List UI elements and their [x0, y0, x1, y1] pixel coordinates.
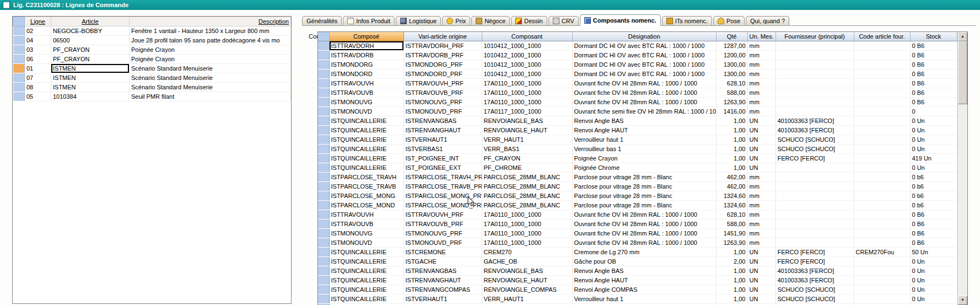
cell-fournisseur[interactable] — [776, 182, 854, 191]
cell-qte[interactable]: 1,00 — [716, 135, 747, 145]
cell-composant[interactable]: 1010412_1000_1000 — [482, 60, 572, 69]
cell-stock[interactable]: 0 Un — [910, 145, 957, 154]
component-row[interactable]: ISTQUINCAILLERIE ISTVERHAUT1 VERR_HAUT1 … — [318, 135, 957, 145]
cell-article[interactable]: NEGOCE-BOBBY — [51, 26, 130, 36]
cell-fournisseur[interactable] — [776, 88, 854, 98]
cell-designation[interactable]: Verrouilleur haut 1 — [572, 295, 716, 304]
row-marker[interactable] — [318, 154, 329, 163]
cell-composant[interactable]: 1010412_1000_1000 — [482, 41, 572, 51]
cell-stock[interactable]: 0 Un — [910, 116, 957, 126]
cell-qte[interactable]: 1263,90 — [716, 98, 747, 107]
cell-unite[interactable]: UN — [747, 266, 776, 276]
cell-fournisseur[interactable] — [776, 98, 854, 107]
column-header-article[interactable]: Article — [51, 17, 130, 26]
cell-designation[interactable]: Poignée Chrome — [572, 163, 716, 173]
cell-code-article[interactable] — [854, 295, 910, 304]
tab-its-nomenc[interactable]: ITs nomenc. — [662, 16, 712, 25]
cell-description[interactable]: Scénario Standard Menuiserie — [130, 64, 291, 73]
cell-fournisseur[interactable] — [776, 191, 854, 201]
component-row[interactable]: ISTQUINCAILLERIE ISTRENVANGBAS RENVOIANG… — [318, 266, 957, 276]
component-row[interactable]: ISTMONOUVD ISTMONOUVD_PRF 17A0117_1000_1… — [318, 107, 957, 116]
cell-unite[interactable]: UN — [747, 257, 776, 266]
cell-stock[interactable]: 0 b6 — [910, 182, 957, 191]
row-marker[interactable] — [13, 45, 25, 55]
cell-qte[interactable]: 588,00 — [716, 88, 747, 98]
scroll-down-button[interactable]: ▼ — [958, 296, 967, 305]
cell-composant[interactable]: PARCLOSE_28MM_BLANC — [482, 173, 572, 182]
row-marker[interactable] — [318, 98, 329, 107]
cell-compose[interactable]: ISTPARCLOSE_MOND — [329, 201, 403, 210]
cell-unite[interactable]: mm — [747, 182, 776, 191]
cell-composant[interactable]: RENVOIANGLE_BAS — [482, 116, 572, 126]
row-marker[interactable] — [318, 60, 329, 69]
cell-unite[interactable]: UN — [747, 163, 776, 173]
cell-code-article[interactable] — [854, 126, 910, 135]
cell-code-article[interactable] — [854, 107, 910, 116]
cell-qte[interactable]: 1,00 — [716, 276, 747, 285]
tab-pose[interactable]: Pose — [713, 16, 745, 25]
cell-composant[interactable]: PARCLOSE_28MM_BLANC — [482, 201, 572, 210]
tab-infos-produit[interactable]: Infos Produit — [343, 16, 395, 25]
cell-qte[interactable]: 1,00 — [716, 126, 747, 135]
cell-code-article[interactable] — [854, 98, 910, 107]
row-marker[interactable] — [13, 64, 25, 73]
order-line-row[interactable]: 04 06500 Joue 28 profil talon 95 sans pa… — [13, 36, 291, 45]
cell-vari-article[interactable]: ISTRENVANGCOMPAS — [403, 285, 482, 295]
component-row[interactable]: ISTQUINCAILLERIE ISTRENVANGHAUT RENVOIAN… — [318, 126, 957, 135]
cell-unite[interactable]: mm — [747, 51, 776, 60]
cell-compose[interactable]: ISTQUINCAILLERIE — [329, 266, 403, 276]
cell-designation[interactable]: Ouvrant fiche OV HI 28mm RAL : 1000 / 10… — [572, 210, 716, 220]
cell-code-article[interactable] — [854, 173, 910, 182]
cell-composant[interactable]: 17A0110_1000_1000 — [482, 98, 572, 107]
cell-designation[interactable]: Verrouilleur bas 1 — [572, 145, 716, 154]
cell-stock[interactable]: 0 Un — [910, 266, 957, 276]
component-row[interactable]: ISTQUINCAILLERIE ISTRENVANGHAUT RENVOIAN… — [318, 276, 957, 285]
order-line-row[interactable]: 03 PF_CRAYON Poignée Crayon — [13, 45, 291, 55]
cell-designation[interactable]: Verrouilleur haut 1 — [572, 135, 716, 145]
cell-qte[interactable]: 1287,00 — [716, 41, 747, 51]
row-marker[interactable] — [318, 257, 329, 266]
cell-article[interactable]: PF_CRAYON — [51, 55, 130, 64]
cell-article[interactable]: ISTMEN — [51, 83, 130, 92]
cell-ligne[interactable]: 06 — [25, 55, 51, 64]
cell-compose[interactable]: ISTQUINCAILLERIE — [329, 285, 403, 295]
cell-vari-article[interactable]: ISTMONDORG_PRF — [403, 60, 482, 69]
cell-compose[interactable]: ISTTRAVOUVB — [329, 88, 403, 98]
component-row[interactable]: ISTQUINCAILLERIE ISTRENVANGBAS RENVOIANG… — [318, 116, 957, 126]
cell-compose[interactable]: ISTTRAVOUVB — [329, 220, 403, 229]
tab-generalites[interactable]: Généralités — [302, 16, 342, 25]
cell-qte[interactable]: 1451,90 — [716, 229, 747, 238]
cell-stock[interactable]: 0 Un — [910, 135, 957, 145]
cell-code-article[interactable]: CREM270Fou — [854, 248, 910, 257]
column-header-qte[interactable]: Qté — [716, 32, 747, 41]
cell-fournisseur[interactable]: FERCO [FERCO] — [776, 154, 854, 163]
cell-ligne[interactable]: 07 — [25, 73, 51, 83]
cell-unite[interactable]: mm — [747, 220, 776, 229]
cell-composant[interactable]: 1010412_1000_1000 — [482, 69, 572, 79]
cell-compose[interactable]: ISTMONDORG — [329, 60, 403, 69]
row-marker[interactable] — [318, 266, 329, 276]
cell-code-article[interactable] — [854, 145, 910, 154]
cell-qte[interactable]: 1,00 — [716, 285, 747, 295]
tab-negoce[interactable]: Négoce — [471, 16, 510, 25]
row-marker[interactable] — [318, 285, 329, 295]
component-row[interactable]: ISTTRAVOUVH ISTTRAVOUVH_PRF 17A0110_1000… — [318, 210, 957, 220]
cell-unite[interactable]: mm — [747, 60, 776, 69]
cell-fournisseur[interactable]: 401003363 [FERCO] — [776, 276, 854, 285]
component-row[interactable]: ISTMONDORD ISTMONDORD_PRF 1010412_1000_1… — [318, 69, 957, 79]
cell-vari-article[interactable]: ISTRENVANGBAS — [403, 266, 482, 276]
column-header-description[interactable]: Description — [130, 17, 291, 26]
cell-unite[interactable]: mm — [747, 69, 776, 79]
cell-fournisseur[interactable] — [776, 69, 854, 79]
scroll-thumb[interactable] — [958, 41, 967, 104]
cell-compose[interactable]: ISTMONOUVG — [329, 229, 403, 238]
row-marker[interactable] — [318, 107, 329, 116]
cell-vari-article[interactable]: ISTMONOUVG_PRF — [403, 229, 482, 238]
cell-unite[interactable]: UN — [747, 276, 776, 285]
component-row[interactable]: ISTTRAVOUVH ISTTRAVOUVH_PRF 17A0110_1000… — [318, 79, 957, 88]
column-header-ligne[interactable]: Ligne — [25, 17, 51, 26]
cell-code-article[interactable] — [854, 276, 910, 285]
row-marker[interactable] — [318, 182, 329, 191]
cell-code-article[interactable] — [854, 116, 910, 126]
cell-qte[interactable]: 1200,00 — [716, 51, 747, 60]
